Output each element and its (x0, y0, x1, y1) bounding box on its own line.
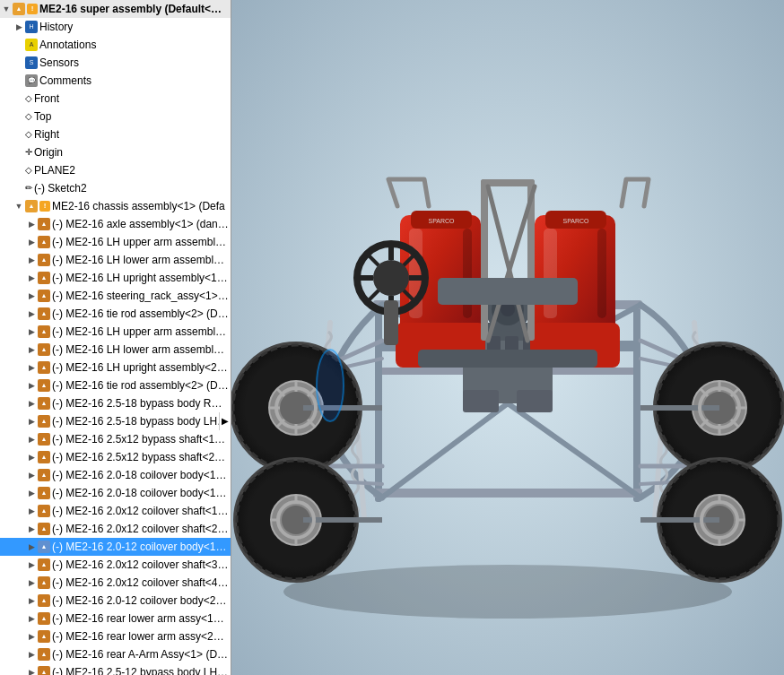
tie-rod-2b-item[interactable]: ▶ ▲ (-) ME2-16 tie rod assembly<2> (Defa… (0, 376, 231, 394)
expand-icon[interactable]: ▶ (27, 471, 36, 480)
coilover-body-2-item[interactable]: ▶ ▲ (-) ME2-16 2.0-12 coilover body<2> (… (0, 592, 231, 610)
front-plane-item[interactable]: ◇ Front (0, 90, 231, 108)
bypass-lh-2-item[interactable]: ▶ ▲ (-) ME2-16 2.5-12 bypass body LH<1> (0, 663, 231, 675)
top-plane-item[interactable]: ◇ Top (0, 108, 231, 125)
expand-icon[interactable]: ▶ (27, 363, 36, 372)
expand-icon[interactable]: ▶ (27, 650, 36, 659)
sensors-label: Sensors (39, 55, 229, 71)
expand-icon[interactable]: ▶ (27, 327, 36, 336)
expand-icon[interactable]: ▶ (27, 238, 36, 247)
lh-upper-2-label: (-) ME2-16 LH upper arm assembly<2 (52, 324, 229, 340)
history-icon: H (25, 21, 38, 33)
lh-upright-1-label: (-) ME2-16 LH upright assembly<1> (l (52, 270, 229, 286)
expand-icon[interactable]: ▶ (27, 542, 36, 551)
coilover-shaft-2-item[interactable]: ▶ ▲ (-) ME2-16 2.0x12 coilover shaft<2> … (0, 520, 231, 538)
svg-rect-105 (384, 300, 398, 345)
sketch2-item[interactable]: ✏ (-) Sketch2 (0, 179, 231, 197)
expand-icon[interactable]: ▶ (27, 524, 36, 533)
expand-icon[interactable]: ▶ (27, 381, 36, 390)
bypass-rh-item[interactable]: ▶ ▲ (-) ME2-16 2.5-18 bypass body RH<1> (0, 394, 231, 412)
comments-icon: 💬 (25, 74, 38, 87)
origin-item[interactable]: ✛ Origin (0, 143, 231, 161)
bypass-shaft-2-item[interactable]: ▶ ▲ (-) ME2-16 2.5x12 bypass shaft<2> (D… (0, 448, 231, 466)
expand-icon[interactable]: ▶ (27, 291, 36, 300)
tie-rod-2-item[interactable]: ▶ ▲ (-) ME2-16 tie rod assembly<2> (Defa… (0, 305, 231, 323)
coilover-shaft-2-label: (-) ME2-16 2.0x12 coilover shaft<2> (D (52, 521, 229, 537)
lh-upright-1-item[interactable]: ▶ ▲ (-) ME2-16 LH upright assembly<1> (l (0, 269, 231, 287)
expand-icon[interactable]: ▶ (27, 309, 36, 318)
expand-icon[interactable]: ▶ (27, 560, 36, 569)
lh-upright-2-item[interactable]: ▶ ▲ (-) ME2-16 LH upright assembly<2> (l (0, 359, 231, 376)
expand-icon[interactable]: ▶ (27, 489, 36, 498)
coilover-shaft-4-item[interactable]: ▶ ▲ (-) ME2-16 2.0x12 coilover shaft<4> … (0, 574, 231, 592)
expand-icon[interactable]: ▶ (14, 22, 23, 31)
sketch2-label: (-) Sketch2 (34, 180, 229, 196)
warning-icon: ! (39, 201, 50, 212)
part-icon: ▲ (38, 469, 50, 481)
svg-text:SPARCO: SPARCO (562, 218, 589, 224)
lh-lower-2-item[interactable]: ▶ ▲ (-) ME2-16 LH lower arm assembly<2 (0, 341, 231, 359)
sensors-icon: S (25, 56, 38, 69)
root-assembly-item[interactable]: ▼ ▲ ! ME2-16 super assembly (Default<Def… (0, 0, 231, 18)
rear-aarm-item[interactable]: ▶ ▲ (-) ME2-16 rear A-Arm Assy<1> (Defau (0, 645, 231, 663)
feature-tree-panel[interactable]: ▼ ▲ ! ME2-16 super assembly (Default<Def… (0, 0, 231, 675)
steering-item[interactable]: ▶ ▲ (-) ME2-16 steering_rack_assy<1> (De… (0, 287, 231, 305)
expand-icon[interactable] (14, 94, 23, 103)
right-plane-item[interactable]: ◇ Right (0, 125, 231, 143)
plane2-item[interactable]: ◇ PLANE2 (0, 161, 231, 179)
expand-icon[interactable]: ▶ (27, 220, 36, 229)
lh-upper-1-label: (-) ME2-16 LH upper arm assembly<1> (52, 234, 229, 250)
coilover-body-sel-label: (-) ME2-16 2.0-12 coilover body<1> (D (52, 539, 229, 555)
coilover-shaft-3-item[interactable]: ▶ ▲ (-) ME2-16 2.0x12 coilover shaft<3> … (0, 556, 231, 574)
annotations-item[interactable]: A Annotations (0, 36, 231, 54)
expand-icon[interactable]: ▶ (27, 399, 36, 408)
sensors-item[interactable]: S Sensors (0, 54, 231, 72)
part-icon: ▲ (38, 379, 50, 392)
history-item[interactable]: ▶ H History (0, 18, 231, 36)
expand-icon[interactable]: ▶ (27, 668, 36, 675)
expand-icon[interactable] (14, 148, 23, 157)
expand-icon[interactable]: ▶ (27, 273, 36, 282)
expand-icon[interactable]: ▶ (27, 632, 36, 641)
expand-icon[interactable]: ▶ (27, 578, 36, 587)
expand-icon[interactable]: ▶ (27, 345, 36, 354)
bypass-lh-1-label: (-) ME2-16 2.5-18 bypass body LH<1> (52, 413, 229, 429)
part-icon: ▲ (38, 558, 50, 571)
expand-icon[interactable]: ▶ (27, 453, 36, 462)
root-label: ME2-16 super assembly (Default<Defa (39, 1, 229, 17)
expand-icon[interactable] (14, 76, 23, 85)
tie-rod-2b-label: (-) ME2-16 tie rod assembly<2> (Defau (52, 377, 229, 394)
axle-item[interactable]: ▶ ▲ (-) ME2-16 axle assembly<1> (dana 60 (0, 215, 231, 233)
expand-icon[interactable] (14, 40, 23, 49)
expand-icon[interactable] (14, 58, 23, 67)
tie-rod-2-label: (-) ME2-16 tie rod assembly<2> (Defau (52, 306, 229, 322)
expand-icon[interactable]: ▶ (27, 255, 36, 264)
expand-icon[interactable]: ▶ (27, 596, 36, 605)
comments-item[interactable]: 💬 Comments (0, 72, 231, 90)
expand-icon[interactable] (14, 130, 23, 139)
annotations-label: Annotations (39, 37, 229, 53)
bypass-lh-1-item[interactable]: ▶ ▲ (-) ME2-16 2.5-18 bypass body LH<1> … (0, 412, 231, 430)
expand-icon[interactable]: ▶ (27, 435, 36, 444)
coilover-body-sel-item[interactable]: ▶ ▲ (-) ME2-16 2.0-12 coilover body<1> (… (0, 538, 231, 556)
coilover-body-1-item[interactable]: ▶ ▲ (-) ME2-16 2.0-18 coilover body<1> (… (0, 466, 231, 484)
expand-icon[interactable]: ▼ (14, 202, 23, 211)
expand-icon[interactable]: ▶ (27, 614, 36, 623)
bypass-shaft-1-item[interactable]: ▶ ▲ (-) ME2-16 2.5x12 bypass shaft<1> (D… (0, 430, 231, 448)
lh-upper-2-item[interactable]: ▶ ▲ (-) ME2-16 LH upper arm assembly<2 (0, 323, 231, 341)
lh-lower-1-item[interactable]: ▶ ▲ (-) ME2-16 LH lower arm assembly<1> (0, 251, 231, 269)
lh-upper-1-item[interactable]: ▶ ▲ (-) ME2-16 LH upper arm assembly<1> (0, 233, 231, 251)
coilover-shaft-1-item[interactable]: ▶ ▲ (-) ME2-16 2.0x12 coilover shaft<1> … (0, 502, 231, 520)
rear-lower-1-item[interactable]: ▶ ▲ (-) ME2-16 rear lower arm assy<1> (D… (0, 610, 231, 627)
expand-icon[interactable] (14, 166, 23, 175)
rear-lower-2-item[interactable]: ▶ ▲ (-) ME2-16 rear lower arm assy<2> (D (0, 627, 231, 645)
expand-icon[interactable]: ▶ (27, 417, 36, 426)
chassis-item[interactable]: ▼ ▲ ! ME2-16 chassis assembly<1> (Defa (0, 197, 231, 215)
3d-viewport[interactable]: SPARCO SPARCO (231, 0, 784, 675)
coilover-body-1b-item[interactable]: ▶ ▲ (-) ME2-16 2.0-18 coilover body<1> (… (0, 484, 231, 502)
expand-icon[interactable] (14, 184, 23, 193)
expand-icon[interactable]: ▶ (27, 506, 36, 515)
origin-label: Origin (34, 144, 229, 160)
expand-icon[interactable] (14, 112, 23, 121)
expand-icon[interactable]: ▼ (2, 4, 11, 13)
